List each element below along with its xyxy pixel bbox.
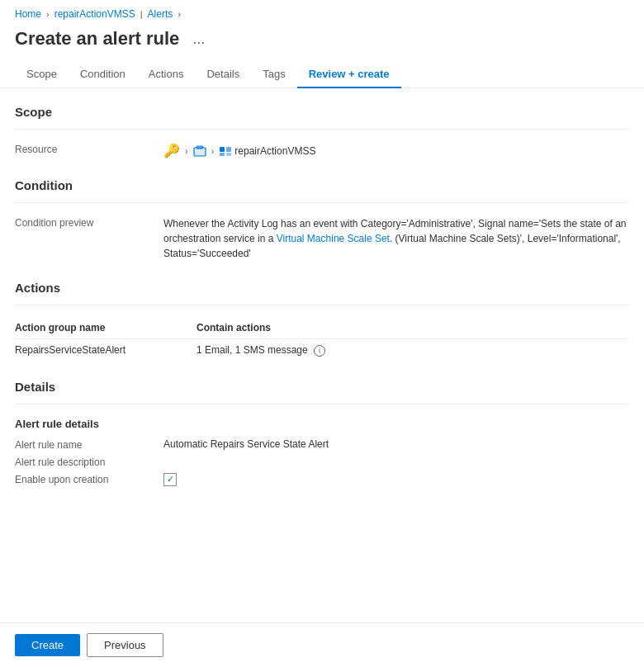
info-icon[interactable]: i	[314, 345, 325, 357]
vmss-icon	[219, 144, 232, 158]
actions-divider	[15, 305, 629, 305]
svg-rect-6	[220, 153, 225, 156]
tabs-bar: Scope Condition Actions Details Tags Rev…	[0, 61, 644, 88]
alert-rule-name-label: Alert rule name	[15, 438, 163, 451]
breadcrumb-sep-2: |	[140, 9, 143, 19]
page-header: Create an alert rule ...	[0, 25, 644, 61]
condition-preview-value: Whenever the Activity Log has an event w…	[163, 216, 629, 261]
alert-rule-desc-row: Alert rule description	[15, 456, 629, 468]
details-divider	[15, 404, 629, 404]
actions-section-title: Actions	[15, 281, 629, 295]
action-group-name-value: RepairsServiceStateAlert	[15, 339, 197, 360]
create-button[interactable]: Create	[15, 634, 80, 656]
svg-rect-4	[220, 147, 225, 152]
enable-upon-creation-row: Enable upon creation	[15, 473, 629, 486]
scope-divider	[15, 129, 629, 130]
scope-resource-row: Resource 🔑 › ›	[15, 143, 629, 158]
breadcrumb-home[interactable]: Home	[15, 8, 41, 20]
enable-checkbox-wrapper	[163, 473, 177, 486]
page-title: Create an alert rule	[15, 28, 179, 50]
condition-divider	[15, 202, 629, 203]
condition-section: Condition Condition preview Whenever the…	[15, 178, 629, 261]
alert-rule-details-subtitle: Alert rule details	[15, 418, 629, 430]
tab-condition[interactable]: Condition	[69, 61, 137, 88]
svg-rect-5	[226, 147, 231, 152]
scope-section: Scope Resource 🔑 › ›	[15, 105, 629, 158]
actions-section: Actions Action group name Contain action…	[15, 281, 629, 360]
tab-scope[interactable]: Scope	[15, 61, 69, 88]
tab-review-create[interactable]: Review + create	[297, 61, 401, 88]
alert-rule-name-value: Automatic Repairs Service State Alert	[163, 438, 629, 450]
table-row: RepairsServiceStateAlert 1 Email, 1 SMS …	[15, 339, 629, 360]
resource-group-icon	[193, 144, 206, 158]
breadcrumb-vmss[interactable]: repairActionVMSS	[54, 8, 135, 20]
enable-upon-creation-label: Enable upon creation	[15, 473, 163, 485]
breadcrumb-sep-3: ›	[178, 9, 181, 19]
details-section: Details Alert rule details Alert rule na…	[15, 380, 629, 486]
chevron-2: ›	[211, 146, 215, 156]
condition-section-title: Condition	[15, 178, 629, 192]
alert-rule-name-row: Alert rule name Automatic Repairs Servic…	[15, 438, 629, 451]
col-contain-actions: Contain actions	[197, 319, 629, 339]
scope-resource-label: Resource	[15, 143, 163, 155]
tab-tags[interactable]: Tags	[251, 61, 296, 88]
vmss-link[interactable]: Virtual Machine Scale Set	[277, 233, 390, 244]
ellipsis-button[interactable]: ...	[187, 29, 210, 50]
details-section-title: Details	[15, 380, 629, 394]
contain-actions-value: 1 Email, 1 SMS message i	[197, 339, 629, 360]
footer: Create Previous	[0, 622, 644, 667]
breadcrumb: Home › repairActionVMSS | Alerts ›	[0, 0, 644, 25]
tab-details[interactable]: Details	[195, 61, 251, 88]
scope-section-title: Scope	[15, 105, 629, 119]
scope-resource-value: 🔑 › ›	[163, 143, 315, 158]
resource-name: repairActionVMSS	[234, 145, 315, 157]
enable-checkbox[interactable]	[163, 473, 177, 486]
col-action-group-name: Action group name	[15, 319, 197, 339]
chevron-1: ›	[185, 146, 188, 156]
actions-table: Action group name Contain actions Repair…	[15, 319, 629, 360]
tab-actions[interactable]: Actions	[137, 61, 196, 88]
main-content: Scope Resource 🔑 › ›	[0, 88, 644, 523]
previous-button[interactable]: Previous	[87, 633, 163, 657]
svg-rect-7	[226, 153, 231, 156]
actions-value-text: 1 Email, 1 SMS message	[197, 344, 308, 356]
alert-rule-desc-label: Alert rule description	[15, 456, 163, 468]
condition-preview-row: Condition preview Whenever the Activity …	[15, 216, 629, 261]
condition-preview-label: Condition preview	[15, 216, 163, 229]
key-icon: 🔑	[163, 143, 180, 158]
breadcrumb-alerts[interactable]: Alerts	[148, 8, 173, 20]
breadcrumb-sep-1: ›	[46, 9, 50, 19]
